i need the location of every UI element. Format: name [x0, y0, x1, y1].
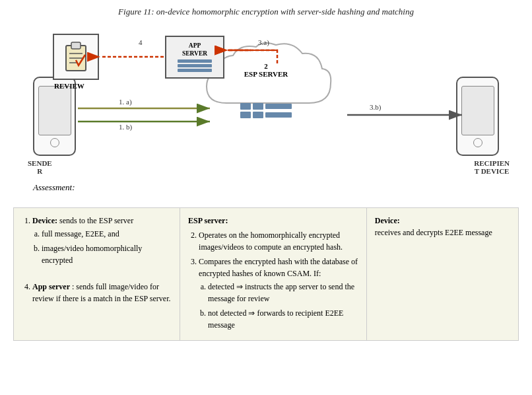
recipient-phone — [456, 77, 499, 156]
middle-item3: Compares the encrypted hash with the dat… — [199, 256, 358, 331]
middle-sub-3a: detected ⇒ instructs the app server to s… — [208, 281, 358, 305]
arrow-label-3b: 3.b) — [370, 103, 381, 111]
app-server-box: APPSERVER — [165, 36, 224, 79]
middle-header: ESP server: — [188, 216, 228, 225]
sender-label: SENDER — [28, 159, 52, 175]
arrow-label-4: 4 — [139, 38, 143, 46]
app-server-label: APPSERVER — [182, 42, 207, 57]
bottom-box-left: Device: sends to the ESP server full mes… — [14, 208, 180, 340]
server-lines — [178, 59, 212, 72]
middle-item2: Operates on the homomorphically encrypte… — [199, 229, 358, 253]
right-text: receives and decrypts E2EE message — [375, 228, 492, 237]
recipient-phone-screen — [461, 86, 494, 135]
left-item1-label: Device: — [32, 216, 57, 225]
left-item4-label: App server — [32, 282, 70, 291]
arrow-label-1b: 1. b) — [119, 123, 132, 131]
bottom-box-middle: ESP server: Operates on the homomorphica… — [180, 208, 367, 340]
review-box — [53, 34, 99, 80]
sender-phone-screen — [38, 86, 71, 135]
bottom-box-right: Device: receives and decrypts E2EE messa… — [367, 208, 518, 340]
right-header: Device: — [375, 216, 400, 225]
recipient-label: RECIPIENT DEVICE — [474, 159, 510, 175]
left-sub-b: images/video homomorphically encrypted — [42, 242, 172, 266]
recipient-phone-button — [473, 138, 482, 147]
bottom-content: Device: sends to the ESP server full mes… — [13, 207, 519, 341]
left-item1-text: sends to the ESP server — [59, 216, 133, 225]
svg-rect-1 — [71, 42, 81, 49]
review-clipboard-icon — [63, 40, 89, 73]
arrow-label-3a: 3.a) — [258, 38, 269, 46]
sender-phone-button — [50, 138, 59, 147]
esp-server-label: 2 ESP SERVER — [244, 62, 288, 78]
esp-rack — [240, 103, 292, 118]
assessment-label: Assessment: — [33, 182, 75, 193]
arrow-label-1a: 1. a) — [119, 98, 132, 106]
middle-sub-3b: not detected ⇒ forwards to recipient E2E… — [208, 307, 358, 331]
left-sub-a: full message, E2EE, and — [42, 228, 172, 240]
review-label: REVIEW — [54, 82, 84, 90]
diagram-area: 2 ESP SERVER SENDER RECIPIENT DEVICE APP… — [13, 24, 519, 202]
figure-title: Figure 11: on-device homomorphic encrypt… — [118, 7, 414, 17]
